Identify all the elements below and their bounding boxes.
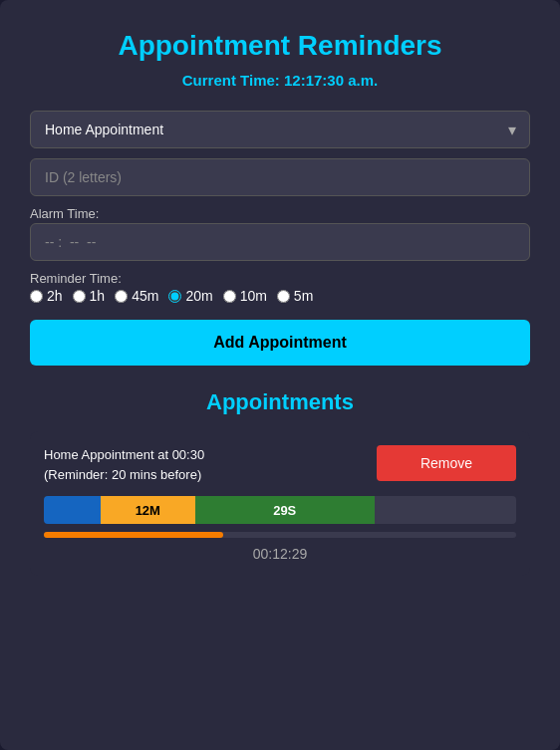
reminder-radio-group: 2h 1h 45m 20m 10m 5m [30, 288, 530, 304]
appointments-section-title: Appointments [30, 389, 530, 415]
reminder-radio-1h[interactable] [73, 290, 86, 303]
reminder-option-20m[interactable]: 20m [168, 288, 212, 304]
reminder-option-2h[interactable]: 2h [30, 288, 63, 304]
reminder-radio-5m[interactable] [277, 290, 290, 303]
orange-progress-bar [44, 532, 516, 538]
progress-green-segment: 29S [195, 496, 375, 524]
reminder-time-field-group: Reminder Time: 2h 1h 45m 20m 10m [30, 271, 530, 304]
progress-dark-segment [375, 496, 516, 524]
reminder-radio-45m[interactable] [115, 290, 128, 303]
reminder-option-1h[interactable]: 1h [73, 288, 106, 304]
app-container: Appointment Reminders Current Time: 12:1… [0, 0, 560, 750]
progress-bar: 12M 29S [44, 496, 516, 524]
alarm-time-input[interactable] [30, 223, 530, 261]
alarm-time-label: Alarm Time: [30, 206, 530, 221]
appointment-type-select[interactable]: Home Appointment Doctor Appointment Work… [30, 111, 530, 148]
reminder-radio-2h[interactable] [30, 290, 43, 303]
appointment-info: Home Appointment at 00:30 (Reminder: 20 … [44, 445, 204, 484]
app-title: Appointment Reminders [30, 30, 530, 62]
reminder-radio-10m[interactable] [223, 290, 236, 303]
reminder-time-label: Reminder Time: [30, 271, 530, 286]
orange-progress-fill [44, 532, 223, 538]
appointment-type-wrapper: Home Appointment Doctor Appointment Work… [30, 111, 530, 148]
reminder-radio-20m[interactable] [168, 290, 181, 303]
alarm-time-field-group: Alarm Time: [30, 206, 530, 261]
remove-button[interactable]: Remove [377, 445, 516, 481]
add-appointment-button[interactable]: Add Appointment [30, 320, 530, 366]
reminder-option-5m[interactable]: 5m [277, 288, 313, 304]
progress-yellow-segment: 12M [101, 496, 195, 524]
appointment-header: Home Appointment at 00:30 (Reminder: 20 … [44, 445, 516, 484]
id-input[interactable] [30, 158, 530, 196]
reminder-option-45m[interactable]: 45m [115, 288, 158, 304]
appointment-reminder: (Reminder: 20 mins before) [44, 465, 204, 485]
appointment-card: Home Appointment at 00:30 (Reminder: 20 … [30, 431, 530, 576]
progress-blue-segment [44, 496, 101, 524]
appointment-form: Home Appointment Doctor Appointment Work… [30, 111, 530, 366]
countdown-display: 00:12:29 [44, 546, 516, 562]
reminder-option-10m[interactable]: 10m [223, 288, 267, 304]
appointment-name: Home Appointment at 00:30 [44, 445, 204, 465]
current-time: Current Time: 12:17:30 a.m. [30, 72, 530, 89]
